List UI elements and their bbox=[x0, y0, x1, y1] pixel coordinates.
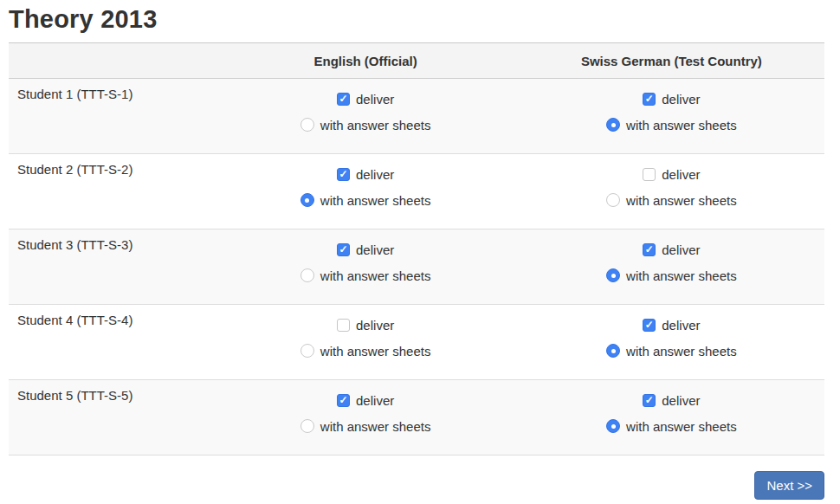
radio-icon bbox=[300, 268, 314, 282]
radio-icon bbox=[606, 193, 620, 207]
answer-sheets-radio[interactable]: with answer sheets bbox=[300, 193, 431, 208]
radio-icon bbox=[300, 118, 314, 132]
deliver-checkbox[interactable]: deliver bbox=[337, 92, 394, 107]
checkbox-icon bbox=[643, 168, 656, 181]
checkbox-icon bbox=[643, 243, 656, 256]
footer: Next >> bbox=[9, 471, 824, 500]
table-header-row: English (Official) Swiss German (Test Co… bbox=[9, 43, 824, 79]
checkbox-icon bbox=[337, 168, 350, 181]
answer-sheets-radio[interactable]: with answer sheets bbox=[300, 344, 431, 359]
radio-icon bbox=[606, 118, 620, 132]
answer-sheets-radio[interactable]: with answer sheets bbox=[606, 268, 737, 283]
deliver-checkbox[interactable]: deliver bbox=[643, 318, 700, 333]
checkbox-icon bbox=[643, 319, 656, 332]
table-row: Student 3 (TTT-S-3) deliver wit bbox=[9, 229, 824, 305]
deliver-checkbox[interactable]: deliver bbox=[643, 92, 700, 107]
radio-icon bbox=[300, 344, 314, 358]
table-row: Student 4 (TTT-S-4) deliver wit bbox=[9, 305, 824, 380]
deliver-checkbox[interactable]: deliver bbox=[643, 242, 700, 257]
answer-sheets-radio[interactable]: with answer sheets bbox=[300, 118, 431, 132]
page: Theory 2013 English (Official) Swiss Ger… bbox=[0, 0, 840, 500]
student-label: Student 5 (TTT-S-5) bbox=[9, 380, 213, 456]
answer-sheets-radio[interactable]: with answer sheets bbox=[300, 419, 431, 434]
table-row: Student 5 (TTT-S-5) deliver wit bbox=[9, 380, 824, 456]
delivery-table: English (Official) Swiss German (Test Co… bbox=[9, 42, 824, 456]
radio-icon bbox=[300, 193, 314, 207]
deliver-checkbox[interactable]: deliver bbox=[337, 318, 394, 333]
checkbox-icon bbox=[337, 243, 350, 256]
radio-icon bbox=[606, 268, 620, 282]
student-label: Student 1 (TTT-S-1) bbox=[9, 79, 213, 154]
table-row: Student 1 (TTT-S-1) deliver wit bbox=[9, 79, 824, 154]
column-header-swiss-german: Swiss German (Test Country) bbox=[519, 43, 824, 79]
student-label: Student 2 (TTT-S-2) bbox=[9, 154, 213, 229]
next-button[interactable]: Next >> bbox=[754, 471, 824, 500]
radio-icon bbox=[606, 419, 620, 433]
answer-sheets-radio[interactable]: with answer sheets bbox=[300, 268, 431, 283]
deliver-checkbox[interactable]: deliver bbox=[643, 393, 700, 408]
deliver-checkbox[interactable]: deliver bbox=[643, 167, 700, 182]
answer-sheets-radio[interactable]: with answer sheets bbox=[606, 344, 737, 359]
student-label: Student 4 (TTT-S-4) bbox=[9, 305, 213, 380]
answer-sheets-radio[interactable]: with answer sheets bbox=[606, 193, 737, 208]
deliver-checkbox[interactable]: deliver bbox=[337, 242, 394, 257]
radio-icon bbox=[300, 419, 314, 433]
checkbox-icon bbox=[337, 93, 350, 106]
deliver-checkbox[interactable]: deliver bbox=[337, 167, 394, 182]
checkbox-icon bbox=[643, 93, 656, 106]
checkbox-icon bbox=[643, 394, 656, 407]
answer-sheets-radio[interactable]: with answer sheets bbox=[606, 118, 737, 132]
table-row: Student 2 (TTT-S-2) deliver wit bbox=[9, 154, 824, 229]
checkbox-icon bbox=[337, 394, 350, 407]
page-title: Theory 2013 bbox=[9, 5, 824, 34]
deliver-checkbox[interactable]: deliver bbox=[337, 393, 394, 408]
student-label: Student 3 (TTT-S-3) bbox=[9, 229, 213, 305]
student-column-header bbox=[9, 43, 213, 79]
radio-icon bbox=[606, 344, 620, 358]
answer-sheets-radio[interactable]: with answer sheets bbox=[606, 419, 737, 434]
checkbox-icon bbox=[337, 319, 350, 332]
column-header-english: English (Official) bbox=[213, 43, 519, 79]
